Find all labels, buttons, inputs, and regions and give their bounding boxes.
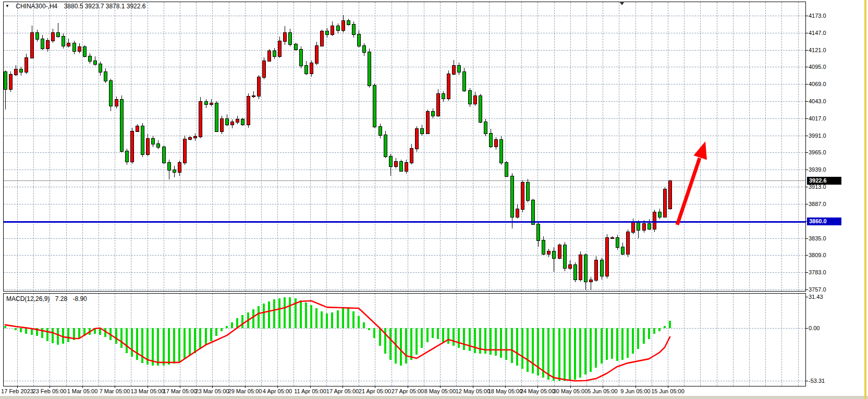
candle-body xyxy=(104,71,107,81)
grid-vline xyxy=(326,2,327,291)
grid-hline xyxy=(4,50,805,51)
grid-vline xyxy=(196,2,197,291)
candle-body xyxy=(294,44,298,50)
macd-histogram-bar xyxy=(553,328,555,381)
price-axis-tick: 3965.0 xyxy=(809,149,826,156)
macd-histogram-bar xyxy=(400,328,402,366)
grid-vline xyxy=(440,2,441,291)
candle-body xyxy=(120,99,124,152)
macd-histogram-bar xyxy=(490,328,492,355)
candle-body xyxy=(320,31,324,46)
macd-axis-tickmark xyxy=(806,297,808,297)
grid-hline xyxy=(4,204,805,204)
time-axis-tickmark xyxy=(668,386,668,388)
macd-histogram-bar xyxy=(558,328,560,381)
grid-vline xyxy=(652,294,652,386)
grid-vline xyxy=(798,294,799,386)
candle-body xyxy=(56,32,60,37)
grid-vline xyxy=(537,2,538,291)
grid-hline xyxy=(4,238,805,239)
macd-histogram-bar xyxy=(373,328,375,338)
price-axis-tickmark xyxy=(806,204,808,204)
candle-body xyxy=(499,139,503,163)
time-axis-tickmark xyxy=(440,386,441,388)
macd-histogram-bar xyxy=(432,328,434,338)
candle-body xyxy=(536,224,540,241)
macd-histogram-bar xyxy=(136,328,138,360)
candle-body xyxy=(568,264,572,269)
candle-body xyxy=(447,74,450,99)
candle-body xyxy=(642,223,646,231)
main-chart-panel[interactable] xyxy=(3,2,806,292)
candle-body xyxy=(426,111,430,134)
price-axis-tick: 4069.0 xyxy=(809,81,826,88)
macd-histogram-bar xyxy=(146,328,149,365)
macd-histogram-bar xyxy=(205,328,207,345)
grid-vline xyxy=(392,294,392,386)
time-axis-tickmark xyxy=(343,386,343,388)
candle-body xyxy=(193,136,197,138)
grid-vline xyxy=(781,2,782,291)
grid-vline xyxy=(586,2,587,291)
grid-vline xyxy=(310,2,311,291)
grid-vline xyxy=(749,2,750,291)
macd-histogram-bar xyxy=(67,328,69,342)
grid-vline xyxy=(521,2,522,291)
candle-body xyxy=(178,162,181,173)
macd-histogram-bar xyxy=(73,328,75,340)
candle-body xyxy=(188,137,192,140)
macd-histogram-bar xyxy=(627,328,629,358)
macd-histogram-bar xyxy=(669,321,671,328)
macd-histogram-bar xyxy=(289,297,291,328)
macd-histogram-bar xyxy=(278,298,280,328)
candle-body xyxy=(452,65,456,75)
candle-body xyxy=(51,32,55,41)
grid-hline xyxy=(4,272,805,273)
macd-histogram-bar xyxy=(184,328,186,359)
candle-body xyxy=(241,119,244,125)
candle-body xyxy=(415,128,419,149)
candle-body xyxy=(347,20,350,25)
candle-body xyxy=(25,57,28,72)
grid-vline xyxy=(392,2,392,291)
candle-body xyxy=(283,32,287,42)
grid-vline xyxy=(733,294,733,386)
grid-vline xyxy=(212,294,213,386)
candle-body xyxy=(67,43,70,46)
price-axis-tick: 4121.0 xyxy=(809,47,826,54)
candle-body xyxy=(35,32,39,40)
candle-body xyxy=(14,69,18,75)
macd-histogram-bar xyxy=(601,328,603,364)
price-axis-tickmark xyxy=(806,67,808,67)
price-axis-tick: 3887.0 xyxy=(809,201,826,208)
candle-body xyxy=(299,49,303,66)
chart-shift-marker-icon[interactable] xyxy=(619,2,625,5)
candle-wick xyxy=(253,91,254,98)
macd-histogram-bar xyxy=(163,328,165,366)
candle-body xyxy=(210,103,213,105)
macd-indicator-panel[interactable] xyxy=(3,293,806,386)
macd-histogram-bar xyxy=(516,328,518,366)
macd-histogram-bar xyxy=(173,328,175,364)
symbol-dropdown-icon[interactable]: ▼ xyxy=(5,4,9,8)
candle-body xyxy=(552,251,556,259)
grid-vline xyxy=(17,294,18,386)
macd-histogram-bar xyxy=(500,328,502,358)
price-axis-tickmark xyxy=(806,255,808,256)
candle-body xyxy=(109,80,113,106)
horizontal-support-line[interactable] xyxy=(4,221,805,223)
macd-histogram-bar xyxy=(109,328,112,340)
grid-vline xyxy=(196,294,197,386)
time-axis-tickmark xyxy=(375,386,375,388)
macd-histogram-bar xyxy=(57,328,59,345)
candle-body xyxy=(668,180,672,209)
macd-histogram-bar xyxy=(247,312,249,328)
macd-histogram-bar xyxy=(83,328,85,336)
macd-histogram-bar xyxy=(221,328,223,331)
candle-body xyxy=(516,209,519,217)
macd-histogram-bar xyxy=(62,328,64,344)
time-axis-tickmark xyxy=(570,386,571,388)
candle-body xyxy=(573,264,577,280)
macd-histogram-bar xyxy=(104,328,106,337)
symbol-timeframe-label: CHINA300-,H4 xyxy=(16,3,57,10)
